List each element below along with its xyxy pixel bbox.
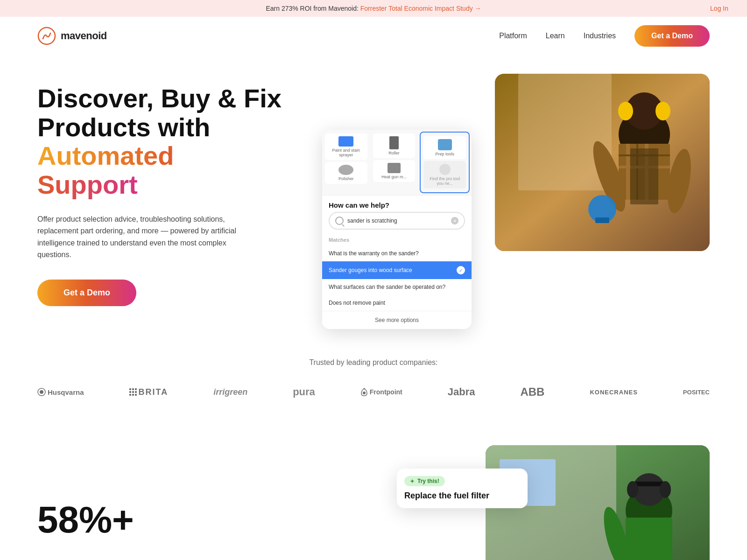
stats-section: 58%+: [0, 422, 747, 560]
nav-industries[interactable]: Industries: [584, 32, 616, 40]
navbar: mavenoid Platform Learn Industries Get a…: [0, 17, 747, 55]
svg-point-31: [660, 481, 671, 498]
hero-right: Paint and stain sprayer Polisher Roller …: [308, 83, 710, 307]
stats-left: 58%+: [37, 498, 359, 541]
login-link[interactable]: Log In: [710, 5, 728, 12]
widget-title: How can we help?: [322, 196, 472, 212]
hero-get-demo-button[interactable]: Get a Demo: [37, 280, 136, 306]
svg-rect-32: [626, 518, 672, 560]
match-item-paint[interactable]: Does not remove paint: [322, 295, 472, 311]
stat-number: 58%+: [37, 498, 359, 541]
svg-rect-16: [630, 148, 658, 204]
husqvarna-icon: [37, 388, 46, 396]
svg-point-30: [627, 481, 638, 498]
matches-label: Matches: [322, 234, 472, 245]
mavenoid-logo-icon: [37, 27, 56, 45]
logo-text: mavenoid: [61, 30, 107, 42]
logo-husqvarna: Husqvarna: [37, 388, 84, 396]
nav-links: Platform Learn Industries Get a Demo: [499, 25, 710, 47]
svg-marker-34: [410, 479, 415, 483]
widget-product-4: Heat gun m...: [381, 175, 407, 179]
logo-pura: pura: [293, 386, 315, 398]
logo-positec: POSITEC: [683, 389, 710, 396]
brita-grid-icon: [129, 388, 137, 396]
banner-link[interactable]: Forrester Total Economic Impact Study →: [360, 5, 481, 12]
logo-abb: ABB: [520, 385, 544, 399]
search-clear-button[interactable]: ✕: [451, 217, 458, 224]
logo-brita: BRITA: [129, 387, 169, 397]
widget-product-3: Roller: [388, 151, 400, 155]
widget-product-1: Paint and stain sprayer: [332, 148, 360, 157]
svg-point-7: [655, 102, 670, 120]
hero-description: Offer product selection advice, troubles…: [37, 213, 261, 261]
search-text: sander is scratching: [347, 217, 447, 224]
worker-image: [495, 74, 710, 251]
hero-title: Discover, Buy & Fix Products with Automa…: [37, 84, 308, 199]
try-text: Replace the fuel filter: [404, 491, 520, 501]
nav-platform[interactable]: Platform: [499, 32, 527, 40]
widget-product-2: Polisher: [338, 176, 354, 181]
hero-left: Discover, Buy & Fix Products with Automa…: [37, 84, 308, 306]
svg-point-21: [363, 392, 366, 394]
logo-jabra: Jabra: [448, 386, 475, 398]
widget-search-box[interactable]: sander is scratching ✕: [329, 212, 465, 230]
banner-text: Earn 273% ROI from Mavenoid:: [266, 5, 358, 12]
stats-right: Try this! Replace the fuel filter: [388, 450, 710, 560]
logo-konecranes: KONECRANES: [590, 389, 637, 396]
widget-product-6: Find the pro tool you ne...: [430, 176, 460, 186]
see-more-button[interactable]: See more options: [322, 311, 472, 329]
check-icon: ✓: [457, 266, 465, 274]
match-item-surfaces[interactable]: What surfaces can the sander be operated…: [322, 279, 472, 295]
trusted-section: Trusted by leading product companies: Hu…: [0, 335, 747, 422]
widget-product-5: Prep tools: [435, 152, 454, 156]
try-widget: Try this! Replace the fuel filter: [397, 469, 528, 508]
search-icon: [335, 217, 344, 225]
svg-point-6: [618, 102, 633, 120]
sparkle-icon: [410, 479, 415, 483]
support-widget: Paint and stain sprayer Polisher Roller …: [322, 130, 472, 329]
logo[interactable]: mavenoid: [37, 27, 107, 45]
nav-get-demo-button[interactable]: Get a Demo: [634, 25, 710, 47]
trusted-title: Trusted by leading product companies:: [37, 358, 710, 367]
match-item-gouges[interactable]: Sander gouges into wood surface ✓: [322, 261, 472, 279]
worker-illustration: [495, 74, 710, 251]
hero-section: Discover, Buy & Fix Products with Automa…: [0, 55, 747, 335]
logo-irrigreen: irrigreen: [213, 387, 247, 397]
svg-point-20: [40, 390, 43, 394]
match-item-warranty[interactable]: What is the warranty on the sander?: [322, 245, 472, 261]
top-banner: Earn 273% ROI from Mavenoid: Forrester T…: [0, 0, 747, 17]
frontpoint-icon: [360, 388, 368, 396]
svg-rect-18: [595, 217, 609, 223]
nav-learn[interactable]: Learn: [546, 32, 565, 40]
logo-frontpoint: Frontpoint: [360, 388, 402, 396]
logos-row: Husqvarna BRITA irrigreen pura Frontpoin…: [37, 385, 710, 399]
try-badge: Try this!: [404, 476, 445, 486]
